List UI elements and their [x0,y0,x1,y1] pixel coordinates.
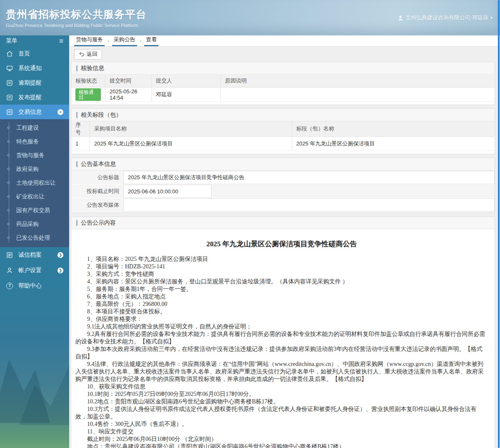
diamond-bullet-icon [7,195,10,198]
submitter-cell: 邓廷容 [152,88,221,101]
notice-title-field: 2025 年九龙山景区公厕保洁项目竞争性磋商公告 [123,171,495,184]
title-marker [76,65,78,71]
form-row: 投标截止时间 2025-06-06 10:00:00 [71,185,495,198]
sidebar-subitem[interactable]: 货物与服务 [0,148,69,162]
sidebar-item-label: 系统通知 [18,65,42,72]
notice-line: 5、服务期：服务期1年，合同一年一签。 [75,285,488,293]
column-header: 序号 [71,121,90,136]
basic-info-panel: 公告基本信息 公告标题 2025 年九龙山景区公厕保洁项目竞争性磋商公告 投标截… [71,158,495,213]
hamburger-icon[interactable]: ≡ [59,38,63,45]
diamond-bullet-icon [7,153,10,156]
sidebar-subitem[interactable]: 国有产权交易 [0,203,69,217]
breadcrumb-separator: › [137,36,145,46]
diamond-bullet-icon [7,140,10,143]
back-icon [79,51,85,57]
related-sections-panel: 相关标段（包） 序号 采购项目名称 标段（包）名称 1 2025 年九龙山景区公… [71,108,495,154]
title-marker [76,220,78,226]
basic-info-form: 公告标题 2025 年九龙山景区公厕保洁项目竞争性磋商公告 投标截止时间 202… [71,170,495,213]
sidebar-item-label: 交易信息 [18,108,42,116]
platform-subtitle: GuiZhou Province Tendering and Bidding P… [6,23,147,28]
sidebar-subitem-label: 货物与服务 [16,152,45,159]
sidebar-item-system-notice[interactable]: 系统通知 [0,61,69,75]
field-label: 公告发布媒体 [71,198,123,212]
notice-line: 9.4法律、行政法规规定的其他条件：供应商须承诺：在“信用中国”网站（www.c… [75,360,488,383]
sidebar-item-publish-reminder[interactable]: 发布提醒 [0,90,69,105]
sidebar-subitem-label: 工程建设 [16,124,39,132]
notice-line: 地点：贵州弘典建设咨询有限公司（贵阳市观山湖区金阳南路6号世纪金源购物中心商务楼… [75,443,488,448]
submit-time-cell: 2025-05-26 14:54 [105,88,152,101]
notice-line: 7、最高限价（元）：296800.00 [75,300,488,308]
sidebar-subitem[interactable]: 工程建设 [0,121,69,135]
breadcrumb-item-procurement-notice[interactable]: 采购公告 [112,35,137,46]
notice-line: 3、采购方式：竞争性磋商 [75,270,488,278]
reason-cell [221,88,495,101]
column-header: 采购项目名称 [90,121,292,136]
notice-line: 10.4售价：300元人民币（售后不退）。 [75,420,488,428]
notice-line: 2、项目编号：HDZB-2025-141 [75,263,488,270]
sidebar-subitem[interactable]: 药品采购 [0,217,69,231]
sidebar-subitem-label: 政府采购 [16,165,39,173]
sidebar-subitem[interactable]: 矿业权出让 [0,190,69,203]
sidebar-item-label: 帮助中心 [18,282,42,290]
sidebar-item-overdue-reminder[interactable]: 逾期提醒 [0,75,69,90]
notice-line: 4、采购内容：景区公共厕所保洁服务，登山口至观景平台沿途垃圾清理。（具体内容详见… [75,278,488,285]
notice-line: 10.3方式：提供法人身份证明书原件或法定代表人授权委托书原件（含法定代表人身份… [75,405,488,420]
notice-line: 10.2地点：贵阳市观山湖区金阳南路6号世纪金源购物中心商务楼B栋17楼。 [75,398,488,405]
diamond-bullet-icon [7,222,10,225]
sidebar-subitem-label: 矿业权出让 [16,193,45,200]
diamond-bullet-icon [7,236,10,239]
sidebar-item-label: 首页 [18,50,30,58]
column-header: 核验状态 [71,75,105,87]
sidebar-subitem[interactable]: 已发公告处理 [0,231,69,245]
column-header: 原因说明 [221,75,495,87]
notice-body: 2025 年九龙山景区公厕保洁项目竞争性磋商公告 1、项目名称：2025 年九龙… [71,229,495,448]
package-name-cell: 2025 年九龙山景区公厕保洁项目 [292,137,495,150]
notice-text: 1、项目名称：2025 年九龙山景区公厕保洁项目2、项目编号：HDZB-2025… [75,255,488,448]
sidebar-subitem[interactable]: 政府采购 [0,162,69,176]
sidebar-item-label: 逾期提醒 [18,79,42,87]
project-name-cell: 2025 年九龙山景区公厕保洁项目 [90,137,292,150]
sidebar-item-transaction-info[interactable]: 交易信息 ▾ [0,105,69,119]
content-area: 货物与服务 › 采购公告 › 查看 返回 核验信息 [69,35,500,448]
notice-line: 6、服务地点：采购人指定地点 [75,293,488,300]
notice-content-panel: 公告公示内容 2025 年九龙山景区公厕保洁项目竞争性磋商公告 1、项目名称：2… [71,216,495,448]
panel-title: 相关标段（包） [71,109,495,121]
home-icon [6,50,13,58]
form-row: 公告发布媒体 [71,198,495,212]
sidebar-item-account-settings[interactable]: 帐户设置 ❯ [0,263,69,278]
status-badge: 核验通过 [75,88,101,101]
notice-line: 9.2具有履行合同所必需的设备和专业技术能力：提供具有履行合同所必需的设备和专业… [75,330,488,345]
back-button[interactable]: 返回 [74,49,102,60]
notice-line: 10、获取采购文件信息 [75,383,488,390]
sidebar-subitem[interactable]: 土地使用权出让 [0,176,69,190]
document-icon [6,79,13,87]
diamond-bullet-icon [7,126,10,129]
sidebar-subitem[interactable]: 特色服务 [0,135,69,148]
breadcrumb-item-goods-services[interactable]: 货物与服务 [74,35,105,46]
verify-info-panel: 核验信息 核验状态 提交时间 提交人 原因说明 核验通过 2025-05-26 … [71,62,495,105]
chevron-right-icon: ❯ [58,268,63,273]
chevron-down-icon: ▾ [490,15,492,20]
diamond-bullet-icon [7,167,10,170]
vertical-scrollbar[interactable] [498,0,500,448]
panel-title: 公告公示内容 [71,217,495,229]
breadcrumb-item-view[interactable]: 查看 [144,35,158,46]
sidebar-item-credit-archive[interactable]: 诚信档案 ❯ [0,247,69,263]
row-number-cell: 1 [71,137,90,150]
sidebar-item-home[interactable]: 首页 [0,46,69,61]
panel-title: 核验信息 [71,62,495,75]
chevron-down-icon: ▾ [58,109,63,115]
column-header: 标段（包）名称 [292,121,495,136]
bid-deadline-field: 2025-06-06 10:00:00 [123,185,212,198]
table-row: 核验通过 2025-05-26 14:54 邓廷容 [71,88,495,102]
platform-title: 贵州省招标投标公共服务平台 [6,8,147,21]
sidebar-item-help-center[interactable]: ? 帮助中心 [0,278,69,293]
breadcrumb-separator: › [105,36,112,46]
panel-title-text: 公告基本信息 [81,160,116,168]
sidebar-menu-header: 菜单 ≡ [0,35,69,46]
notice-heading: 2025 年九龙山景区公厕保洁项目竞争性磋商公告 [75,239,488,249]
back-button-label: 返回 [87,50,98,58]
verify-table: 核验状态 提交时间 提交人 原因说明 核验通过 2025-05-26 14:54… [71,75,495,105]
user-menu[interactable]: 贵州弘典建设咨询有限公司-邓廷容 ▾ [398,14,492,22]
sidebar-subitem-label: 土地使用权出让 [16,179,56,187]
